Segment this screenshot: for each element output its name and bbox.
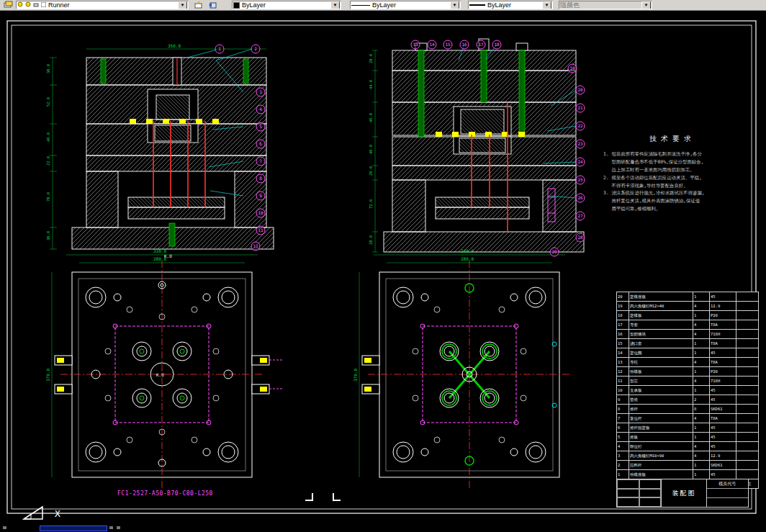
bom-cell-name: 支承板 bbox=[629, 386, 693, 395]
bom-cell-seq: 7 bbox=[617, 414, 629, 423]
layers-dialog-button[interactable] bbox=[1, 1, 14, 9]
make-object-layer-current-button[interactable] bbox=[192, 1, 204, 9]
dim-values-left: 28.0 44.0 46.0 40.0 20.0 72.0 28.0 bbox=[369, 54, 373, 245]
layer-previous-icon bbox=[208, 1, 217, 10]
fold-mark-icon bbox=[305, 493, 313, 501]
section-view-right[interactable]: 28.0 44.0 46.0 40.0 20.0 72.0 28.0 bbox=[369, 39, 584, 252]
status-chip bbox=[117, 526, 120, 529]
bom-cell-seq: 8 bbox=[617, 405, 629, 414]
layer-previous-button[interactable] bbox=[206, 1, 219, 9]
bom-row: 8推杆8SKD61 bbox=[617, 405, 759, 414]
bom-cell-name: 型芯 bbox=[629, 377, 693, 386]
dim-chain-left bbox=[372, 50, 378, 252]
bom-cell-name: 导套 bbox=[629, 320, 693, 330]
bom-cell-qty: 4 bbox=[693, 442, 710, 451]
current-plotstyle: 随颜色 bbox=[560, 1, 580, 9]
lineweight-sample bbox=[469, 4, 485, 6]
bom-cell-mat: SKD61 bbox=[710, 405, 736, 414]
tech-requirements-title: 技术要求 bbox=[603, 134, 742, 144]
bom-cell-qty: 1 bbox=[693, 339, 710, 348]
bom-cell-note bbox=[736, 367, 759, 377]
bom-row: 7复位杆4T8A bbox=[617, 414, 759, 423]
bom-row: 4限位钉445 bbox=[617, 442, 759, 451]
bom-cell-name: 动模座板 bbox=[629, 470, 693, 479]
bom-row: 1动模座板145 bbox=[617, 470, 759, 479]
chevron-down-icon[interactable]: ▼ bbox=[330, 1, 340, 9]
bom-row: 18定模板1P20 bbox=[617, 311, 759, 320]
bom-cell-name: 复位杆 bbox=[629, 414, 693, 423]
layer-dropdown[interactable]: Runner ▼ bbox=[16, 1, 189, 9]
svg-text:22.0: 22.0 bbox=[46, 156, 50, 166]
bom-cell-mat: T8A bbox=[710, 320, 736, 330]
bom-cell-mat: T8A bbox=[710, 339, 736, 348]
bom-cell-note bbox=[736, 358, 759, 367]
svg-text:78.0: 78.0 bbox=[46, 192, 50, 202]
linetype-dropdown[interactable]: ByLayer ▼ bbox=[350, 1, 461, 9]
bom-row: 19内六角螺钉M12×40412.9 bbox=[617, 302, 759, 311]
cad-application-window: Runner ▼ ByLayer ▼ ByLayer ▼ ByLayer ▼ bbox=[0, 0, 766, 532]
status-chip bbox=[109, 526, 113, 529]
bom-cell-qty: 4 bbox=[693, 358, 710, 367]
bom-cell-seq: 12 bbox=[617, 367, 629, 377]
mold-base-code-label: FC1-2527-A50-B70-C80-L250 bbox=[117, 490, 213, 497]
bom-cell-seq: 18 bbox=[617, 311, 629, 320]
linetype-sample bbox=[351, 5, 370, 6]
bom-cell-note bbox=[736, 395, 759, 405]
bom-cell-seq: 9 bbox=[617, 395, 629, 405]
svg-text:28.0: 28.0 bbox=[369, 54, 373, 63]
bom-cell-qty: 1 bbox=[693, 292, 710, 302]
bom-row: 16型腔镶块4718H bbox=[617, 330, 759, 339]
chevron-down-icon[interactable]: ▼ bbox=[542, 1, 551, 9]
chevron-down-icon[interactable]: ▼ bbox=[450, 1, 459, 9]
bom-cell-qty: 1 bbox=[693, 367, 710, 377]
bolt-heads bbox=[415, 39, 528, 50]
bom-cell-name: 内六角螺钉M12×40 bbox=[629, 302, 693, 311]
svg-text:330.0: 330.0 bbox=[461, 248, 474, 253]
bom-cell-name: 定模板 bbox=[629, 311, 693, 320]
bom-cell-note bbox=[736, 377, 759, 386]
bom-cell-note bbox=[736, 470, 759, 479]
svg-text:72.0: 72.0 bbox=[369, 199, 373, 209]
bom-row: 20定模座板145 bbox=[617, 292, 759, 302]
bom-cell-name: 推杆 bbox=[629, 405, 693, 414]
current-linetype: ByLayer bbox=[372, 1, 396, 9]
bom-row: 15浇口套1T8A bbox=[617, 339, 759, 348]
dim-chain-left bbox=[50, 58, 57, 249]
plan-view-left[interactable]: 280.0 330.0 370.0 K.O bbox=[45, 248, 284, 489]
bom-cell-note bbox=[736, 433, 759, 442]
tech-requirements-body: 1. 组装前所有零件应清除毛刺并清洗干净,各分 型面研配着色率不低于80%,保证… bbox=[603, 150, 742, 213]
bom-cell-note bbox=[736, 442, 759, 451]
water-fittings bbox=[362, 356, 379, 394]
lineweight-dropdown[interactable]: ByLayer ▼ bbox=[468, 1, 553, 9]
svg-text:30.0: 30.0 bbox=[46, 231, 50, 240]
bom-cell-qty: 4 bbox=[693, 320, 710, 330]
bom-cell-mat: 45 bbox=[710, 423, 736, 433]
bom-cell-seq: 3 bbox=[617, 451, 629, 461]
svg-text:46.0: 46.0 bbox=[369, 113, 373, 122]
bom-cell-qty: 4 bbox=[693, 330, 710, 339]
bom-cell-note bbox=[736, 423, 759, 433]
svg-text:46.0: 46.0 bbox=[46, 132, 50, 142]
chevron-down-icon[interactable]: ▼ bbox=[178, 1, 187, 9]
bom-cell-seq: 10 bbox=[617, 386, 629, 395]
bom-row: 6推杆固定板145 bbox=[617, 423, 759, 433]
plan-view-right[interactable]: 280.0 330.0 370.0 bbox=[353, 248, 571, 489]
bom-cell-note bbox=[736, 386, 759, 395]
layer-lock-icon bbox=[33, 1, 39, 9]
bom-cell-mat: P20 bbox=[710, 311, 736, 320]
bom-cell-note bbox=[736, 451, 759, 461]
bom-cell-qty: 1 bbox=[693, 423, 710, 433]
tech-requirement-line: 边上加工时有一基准面均用线切割加工。 bbox=[603, 166, 742, 174]
drawing-canvas[interactable]: 38.0 52.0 46.0 22.0 78.0 30.0 350.0 K.O bbox=[0, 10, 766, 525]
bom-cell-seq: 16 bbox=[617, 330, 629, 339]
title-block: 装配图 模具代号 bbox=[616, 479, 749, 508]
bom-cell-name: 定位圈 bbox=[629, 348, 693, 358]
color-swatch bbox=[233, 2, 240, 9]
color-dropdown[interactable]: ByLayer ▼ bbox=[232, 1, 341, 9]
layer-freeze-icon bbox=[25, 1, 31, 9]
bom-cell-name: 定模座板 bbox=[629, 292, 693, 302]
section-view-left[interactable]: 38.0 52.0 46.0 22.0 78.0 30.0 350.0 K.O bbox=[46, 43, 274, 258]
bom-cell-qty: 1 bbox=[693, 433, 710, 442]
make-layer-current-icon bbox=[194, 1, 203, 10]
bom-cell-note bbox=[736, 302, 759, 311]
